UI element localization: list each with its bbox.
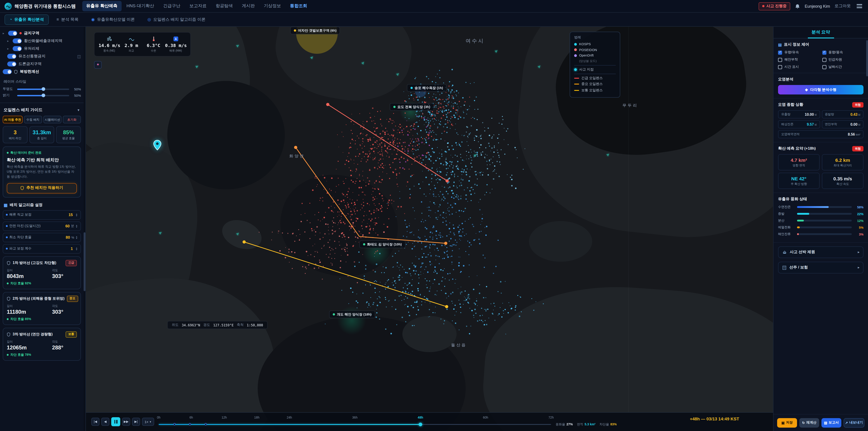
incident-status-badge[interactable]: 사고 진행중 xyxy=(758,2,790,10)
weather-summary-box: 14.6 m/s풍속 (NE) 2.9 m파고 6.3°C수온 0.38 m/s… xyxy=(94,32,191,57)
manual-place-button[interactable]: 수동 배치 xyxy=(24,116,42,123)
reset-button[interactable]: 초기화 xyxy=(63,116,81,123)
setting-label: 최소 차단 효율 xyxy=(9,235,31,240)
opacity-slider[interactable] xyxy=(17,88,69,90)
section-title: 오염분석 xyxy=(778,77,794,82)
temperature-label: 수온 xyxy=(143,49,164,53)
checkbox-icon[interactable] xyxy=(778,51,782,55)
skip-start-button[interactable]: |◀ xyxy=(91,418,99,426)
map-canvas[interactable]: ▶▶▶▶▶▶▶▶▶▶▶ 여수시 무두리 화양면 돌산읍 여자만 갯벌보호구역 (… xyxy=(86,27,773,431)
layer-toggle[interactable] xyxy=(7,54,16,59)
setting-value[interactable]: 80 xyxy=(66,235,70,240)
checkbox-time-display[interactable]: 시간 표시 xyxy=(778,65,819,69)
checkbox-sensitive-resources[interactable]: 민감자원 xyxy=(822,57,864,62)
sensitive-site-chip[interactable]: 여자만 갯벌보호구역 (6h) xyxy=(290,27,340,34)
defense-line-card-1[interactable]: 1차 방어선 (고강도 차단형)긴급 길이8043m각도303° 차단 효율 9… xyxy=(3,256,81,289)
panel-scrollbar-thumb[interactable] xyxy=(866,40,868,76)
tab-spill-analysis[interactable]: ◔유출유 확산분석 xyxy=(4,14,49,25)
tab-boom-algorithm-theory[interactable]: ◎오일펜스 배치 알고리즘 이론 xyxy=(143,14,211,25)
stat-total-length: 31.3km총 길이 xyxy=(29,126,54,143)
simulation-button[interactable]: 시뮬레이션 xyxy=(43,116,61,123)
stepper-arrows-icon[interactable]: ▲▼ xyxy=(75,247,78,251)
skip-end-button[interactable]: ▶| xyxy=(132,418,140,426)
checkbox-current[interactable]: 유향/유속 xyxy=(778,50,819,55)
save-button[interactable]: ▣저장 xyxy=(777,418,797,427)
nav-item-aerial-search[interactable]: 항공탐색 xyxy=(212,1,237,11)
checkbox-shoreline[interactable]: 해안부착 xyxy=(778,57,819,62)
checkbox-icon[interactable] xyxy=(822,51,826,55)
nav-item-reports[interactable]: 보고자료 xyxy=(185,1,211,11)
checkbox-icon[interactable] xyxy=(822,65,826,69)
checkbox-wind[interactable]: 풍향/풍속 xyxy=(822,50,864,55)
layer-toggle[interactable] xyxy=(13,38,22,43)
tab-analysis-summary[interactable]: 분석 요약 xyxy=(774,27,868,38)
export-button[interactable]: ↗내보내기 xyxy=(844,418,864,427)
sidebar-scrollbar[interactable] xyxy=(84,27,86,431)
event-marker-icon[interactable] xyxy=(173,423,176,425)
layer-toggle[interactable] xyxy=(3,69,12,74)
speed-selector[interactable]: 1×▼ xyxy=(142,418,154,426)
sidebar-scrollbar-thumb[interactable] xyxy=(84,232,86,291)
boom-guide-header[interactable]: 오일펜스 배치 가이드 ▼ xyxy=(4,107,80,113)
vessel-spec-section[interactable]: 사고 선박 제원▸ xyxy=(778,246,864,258)
timeline-tick: 12h xyxy=(221,416,227,419)
fast-forward-button[interactable]: ▶▶ xyxy=(122,418,130,426)
chip-label: 묘도 전복 양식장 (3h) xyxy=(397,105,430,109)
setting-value[interactable]: 15 xyxy=(68,212,73,217)
event-marker-icon[interactable] xyxy=(189,423,191,425)
layer-toggle[interactable] xyxy=(7,61,16,66)
chevron-right-icon[interactable]: ▸ xyxy=(7,47,10,51)
stepper-arrows-icon[interactable]: ▲▼ xyxy=(75,224,78,228)
menu-hamburger-icon[interactable] xyxy=(855,3,864,9)
timeline-handle[interactable] xyxy=(418,423,422,426)
map-tool-button[interactable]: * xyxy=(94,61,102,69)
stat-value: 31.3km xyxy=(30,129,54,135)
recalculate-button[interactable]: ↻재계산 xyxy=(799,418,819,427)
nav-item-board[interactable]: 게시판 xyxy=(238,1,259,11)
sensitive-site-chip[interactable]: 묘도 전복 양식장 (3h) xyxy=(390,103,434,111)
grid-icon[interactable]: ◫ xyxy=(77,54,81,59)
brightness-slider[interactable] xyxy=(17,95,69,96)
checkbox-datetime[interactable]: 날짜시간 xyxy=(822,65,864,69)
setting-value[interactable]: 60 xyxy=(65,224,70,228)
checkbox-icon[interactable] xyxy=(778,65,782,69)
layer-toggle[interactable] xyxy=(8,31,17,36)
place-label: 여수시 xyxy=(466,37,485,44)
sensitive-site-chip[interactable]: 화태도 김 양식장 (10h) xyxy=(360,241,405,248)
sensitive-site-chip[interactable]: 개도 해안 양식장 (18h) xyxy=(329,311,375,318)
event-marker-icon[interactable] xyxy=(205,423,207,425)
sensitive-site-chip[interactable]: 송포 해수욕장 (1h) xyxy=(407,84,447,92)
apply-recommendation-button[interactable]: 추천 배치안 적용하기 xyxy=(7,183,77,193)
layer-toggle[interactable] xyxy=(13,46,22,51)
nav-item-hns[interactable]: HNS·대기확산 xyxy=(122,1,158,11)
nav-item-rescue[interactable]: 긴급구난 xyxy=(159,1,184,11)
nav-item-integrated-search[interactable]: 통합조회 xyxy=(286,1,311,11)
defense-line-card-2[interactable]: 2차 방어선 (외해용 중형 포위망)중요 길이11180m각도303° 차단 … xyxy=(3,292,81,325)
stepper-arrows-icon[interactable]: ▲▼ xyxy=(75,213,78,217)
nav-item-spill-forecast[interactable]: 유출유 확산예측 xyxy=(82,1,121,11)
tab-diffusion-model-theory[interactable]: ◉유출유확산모델 이론 xyxy=(86,14,140,25)
checkbox-icon[interactable] xyxy=(822,58,826,62)
ai-recommend-button[interactable]: AI 자동 추천 xyxy=(3,116,23,123)
chevron-right-icon[interactable]: ▸ xyxy=(7,39,10,43)
logout-button[interactable]: 로그아웃 xyxy=(835,3,851,9)
step-back-button[interactable]: ◀ xyxy=(101,418,110,426)
tab-analysis-list[interactable]: ≡분석 목록 xyxy=(52,14,84,25)
pollution-status-section: 오염 종합 상황위험 유출량10.00kl 증발량0.43kl 해상잔존9.57… xyxy=(774,98,868,143)
setting-value[interactable]: 1 xyxy=(71,246,73,251)
report-button[interactable]: ▤보고서 xyxy=(822,418,841,427)
layer-label: 드론금지구역 xyxy=(19,61,41,67)
setting-label: 해류 직교 보정 xyxy=(9,212,31,217)
nav-item-weather-info[interactable]: 기상정보 xyxy=(260,1,285,11)
chevron-right-icon[interactable]: ▸ xyxy=(3,31,6,35)
checkbox-icon[interactable] xyxy=(778,58,782,62)
notifications-bell-icon[interactable] xyxy=(795,3,800,9)
owner-insurance-section[interactable]: 선주 / 보험▸ xyxy=(778,262,864,274)
pause-button[interactable] xyxy=(111,417,120,426)
current-arrow-icon: ▶ xyxy=(473,152,477,157)
timeline-slider[interactable] xyxy=(159,422,551,427)
polygon-analysis-button[interactable]: ◆다각형 분석수행 xyxy=(778,85,864,94)
defense-line-card-3[interactable]: 3차 방어선 (연안 경량형)보통 길이12065m각도288° 차단 효율 7… xyxy=(3,328,81,361)
stepper-arrows-icon[interactable]: ▲▼ xyxy=(75,235,78,239)
incident-pin-icon[interactable] xyxy=(153,140,161,152)
